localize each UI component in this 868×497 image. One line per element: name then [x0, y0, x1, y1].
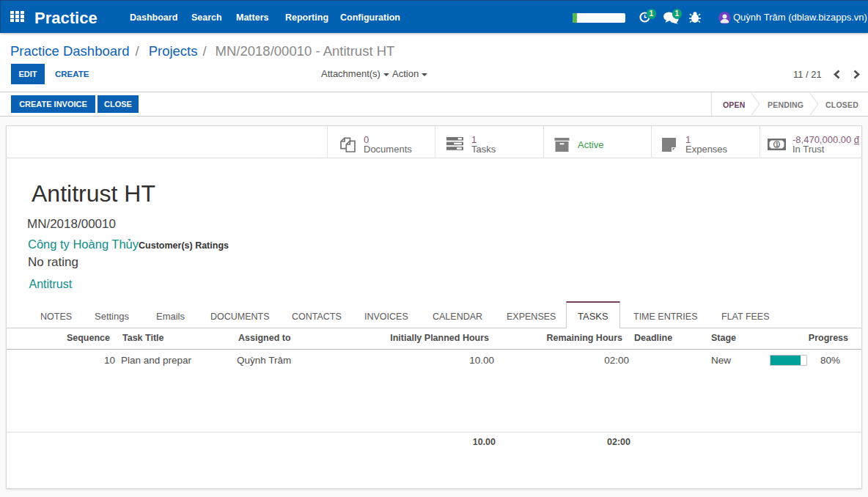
svg-text:1: 1: [775, 141, 779, 148]
